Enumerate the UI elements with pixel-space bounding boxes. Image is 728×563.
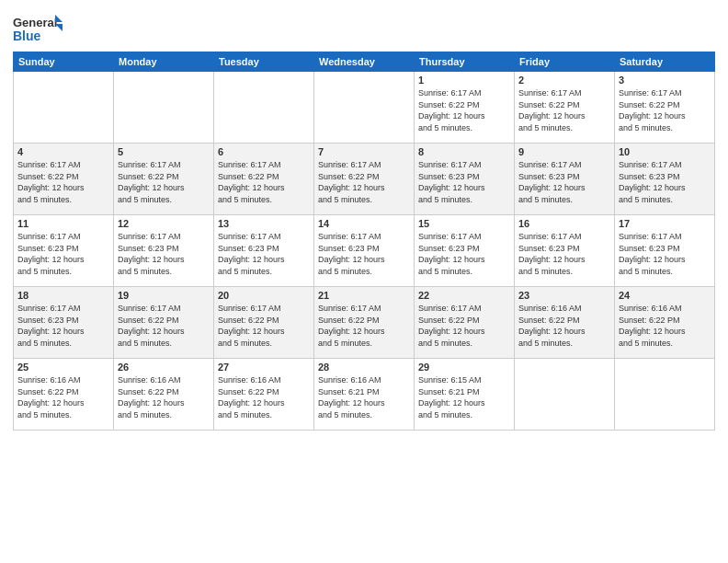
day-info: Sunrise: 6:17 AM Sunset: 6:23 PM Dayligh… xyxy=(418,159,510,205)
calendar-table: SundayMondayTuesdayWednesdayThursdayFrid… xyxy=(13,52,715,431)
weekday-header-saturday: Saturday xyxy=(615,52,715,72)
day-number: 1 xyxy=(418,75,510,86)
calendar-cell: 18Sunrise: 6:17 AM Sunset: 6:23 PM Dayli… xyxy=(14,287,114,359)
calendar-body: 1Sunrise: 6:17 AM Sunset: 6:22 PM Daylig… xyxy=(14,72,715,431)
calendar-cell: 22Sunrise: 6:17 AM Sunset: 6:22 PM Dayli… xyxy=(415,287,515,359)
calendar-cell: 1Sunrise: 6:17 AM Sunset: 6:22 PM Daylig… xyxy=(415,72,515,144)
calendar-cell: 23Sunrise: 6:16 AM Sunset: 6:22 PM Dayli… xyxy=(515,287,615,359)
calendar-cell: 10Sunrise: 6:17 AM Sunset: 6:23 PM Dayli… xyxy=(615,144,715,215)
calendar-cell: 15Sunrise: 6:17 AM Sunset: 6:23 PM Dayli… xyxy=(415,215,515,287)
day-info: Sunrise: 6:17 AM Sunset: 6:22 PM Dayligh… xyxy=(418,87,510,133)
day-number: 20 xyxy=(218,290,310,301)
day-info: Sunrise: 6:17 AM Sunset: 6:22 PM Dayligh… xyxy=(318,159,410,205)
logo: General Blue xyxy=(13,13,63,46)
calendar-page: General Blue SundayMondayTuesdayWednesda… xyxy=(0,0,728,563)
day-number: 21 xyxy=(318,290,410,301)
calendar-cell xyxy=(14,72,114,144)
day-info: Sunrise: 6:17 AM Sunset: 6:23 PM Dayligh… xyxy=(318,231,410,277)
day-info: Sunrise: 6:17 AM Sunset: 6:22 PM Dayligh… xyxy=(17,159,109,205)
day-info: Sunrise: 6:17 AM Sunset: 6:22 PM Dayligh… xyxy=(518,87,610,133)
day-number: 4 xyxy=(17,146,109,157)
day-info: Sunrise: 6:17 AM Sunset: 6:23 PM Dayligh… xyxy=(619,159,711,205)
day-info: Sunrise: 6:17 AM Sunset: 6:22 PM Dayligh… xyxy=(318,303,410,349)
day-info: Sunrise: 6:17 AM Sunset: 6:22 PM Dayligh… xyxy=(118,159,210,205)
svg-text:General: General xyxy=(13,16,57,29)
weekday-header-wednesday: Wednesday xyxy=(314,52,415,72)
day-info: Sunrise: 6:17 AM Sunset: 6:23 PM Dayligh… xyxy=(518,231,610,277)
day-info: Sunrise: 6:17 AM Sunset: 6:23 PM Dayligh… xyxy=(518,159,610,205)
calendar-cell: 12Sunrise: 6:17 AM Sunset: 6:23 PM Dayli… xyxy=(114,215,214,287)
day-info: Sunrise: 6:17 AM Sunset: 6:22 PM Dayligh… xyxy=(218,303,310,349)
weekday-header-tuesday: Tuesday xyxy=(214,52,314,72)
day-number: 24 xyxy=(619,290,711,301)
day-info: Sunrise: 6:15 AM Sunset: 6:21 PM Dayligh… xyxy=(418,374,510,420)
day-number: 22 xyxy=(418,290,510,301)
day-info: Sunrise: 6:17 AM Sunset: 6:23 PM Dayligh… xyxy=(17,303,109,349)
calendar-cell: 17Sunrise: 6:17 AM Sunset: 6:23 PM Dayli… xyxy=(615,215,715,287)
calendar-cell: 19Sunrise: 6:17 AM Sunset: 6:22 PM Dayli… xyxy=(114,287,214,359)
day-number: 5 xyxy=(118,146,210,157)
calendar-cell: 11Sunrise: 6:17 AM Sunset: 6:23 PM Dayli… xyxy=(14,215,114,287)
calendar-cell: 13Sunrise: 6:17 AM Sunset: 6:23 PM Dayli… xyxy=(214,215,314,287)
calendar-week-row: 1Sunrise: 6:17 AM Sunset: 6:22 PM Daylig… xyxy=(14,72,715,144)
calendar-cell: 7Sunrise: 6:17 AM Sunset: 6:22 PM Daylig… xyxy=(314,144,415,215)
day-number: 26 xyxy=(118,362,210,373)
day-number: 18 xyxy=(17,290,109,301)
calendar-cell xyxy=(114,72,214,144)
day-info: Sunrise: 6:16 AM Sunset: 6:22 PM Dayligh… xyxy=(118,374,210,420)
calendar-cell: 26Sunrise: 6:16 AM Sunset: 6:22 PM Dayli… xyxy=(114,359,214,431)
day-number: 27 xyxy=(218,362,310,373)
calendar-cell: 29Sunrise: 6:15 AM Sunset: 6:21 PM Dayli… xyxy=(415,359,515,431)
calendar-week-row: 25Sunrise: 6:16 AM Sunset: 6:22 PM Dayli… xyxy=(14,359,715,431)
calendar-cell: 6Sunrise: 6:17 AM Sunset: 6:22 PM Daylig… xyxy=(214,144,314,215)
day-info: Sunrise: 6:17 AM Sunset: 6:22 PM Dayligh… xyxy=(619,87,711,133)
calendar-cell xyxy=(314,72,415,144)
day-number: 14 xyxy=(318,218,410,229)
calendar-cell: 14Sunrise: 6:17 AM Sunset: 6:23 PM Dayli… xyxy=(314,215,415,287)
day-number: 12 xyxy=(118,218,210,229)
calendar-cell: 2Sunrise: 6:17 AM Sunset: 6:22 PM Daylig… xyxy=(515,72,615,144)
day-number: 6 xyxy=(218,146,310,157)
svg-marker-2 xyxy=(55,15,63,22)
day-number: 17 xyxy=(619,218,711,229)
calendar-cell: 9Sunrise: 6:17 AM Sunset: 6:23 PM Daylig… xyxy=(515,144,615,215)
day-number: 28 xyxy=(318,362,410,373)
day-info: Sunrise: 6:17 AM Sunset: 6:22 PM Dayligh… xyxy=(418,303,510,349)
day-number: 23 xyxy=(518,290,610,301)
day-info: Sunrise: 6:16 AM Sunset: 6:21 PM Dayligh… xyxy=(318,374,410,420)
logo-svg: General Blue xyxy=(13,13,63,46)
day-number: 9 xyxy=(518,146,610,157)
calendar-cell: 28Sunrise: 6:16 AM Sunset: 6:21 PM Dayli… xyxy=(314,359,415,431)
day-number: 15 xyxy=(418,218,510,229)
header-area: General Blue xyxy=(13,9,715,46)
day-number: 2 xyxy=(518,75,610,86)
calendar-week-row: 18Sunrise: 6:17 AM Sunset: 6:23 PM Dayli… xyxy=(14,287,715,359)
calendar-cell: 21Sunrise: 6:17 AM Sunset: 6:22 PM Dayli… xyxy=(314,287,415,359)
calendar-cell: 16Sunrise: 6:17 AM Sunset: 6:23 PM Dayli… xyxy=(515,215,615,287)
calendar-cell xyxy=(515,359,615,431)
calendar-cell: 8Sunrise: 6:17 AM Sunset: 6:23 PM Daylig… xyxy=(415,144,515,215)
calendar-cell xyxy=(214,72,314,144)
weekday-header-monday: Monday xyxy=(114,52,214,72)
calendar-cell: 5Sunrise: 6:17 AM Sunset: 6:22 PM Daylig… xyxy=(114,144,214,215)
day-info: Sunrise: 6:17 AM Sunset: 6:22 PM Dayligh… xyxy=(218,159,310,205)
day-number: 13 xyxy=(218,218,310,229)
day-number: 3 xyxy=(619,75,711,86)
weekday-header-row: SundayMondayTuesdayWednesdayThursdayFrid… xyxy=(14,52,715,72)
day-info: Sunrise: 6:16 AM Sunset: 6:22 PM Dayligh… xyxy=(17,374,109,420)
day-info: Sunrise: 6:17 AM Sunset: 6:23 PM Dayligh… xyxy=(17,231,109,277)
day-info: Sunrise: 6:17 AM Sunset: 6:23 PM Dayligh… xyxy=(118,231,210,277)
day-number: 10 xyxy=(619,146,711,157)
day-info: Sunrise: 6:17 AM Sunset: 6:23 PM Dayligh… xyxy=(418,231,510,277)
calendar-cell: 27Sunrise: 6:16 AM Sunset: 6:22 PM Dayli… xyxy=(214,359,314,431)
day-number: 25 xyxy=(17,362,109,373)
calendar-cell xyxy=(615,359,715,431)
calendar-week-row: 11Sunrise: 6:17 AM Sunset: 6:23 PM Dayli… xyxy=(14,215,715,287)
day-number: 8 xyxy=(418,146,510,157)
day-info: Sunrise: 6:16 AM Sunset: 6:22 PM Dayligh… xyxy=(518,303,610,349)
day-number: 16 xyxy=(518,218,610,229)
weekday-header-thursday: Thursday xyxy=(415,52,515,72)
day-info: Sunrise: 6:16 AM Sunset: 6:22 PM Dayligh… xyxy=(619,303,711,349)
svg-text:Blue: Blue xyxy=(13,29,41,43)
calendar-week-row: 4Sunrise: 6:17 AM Sunset: 6:22 PM Daylig… xyxy=(14,144,715,215)
